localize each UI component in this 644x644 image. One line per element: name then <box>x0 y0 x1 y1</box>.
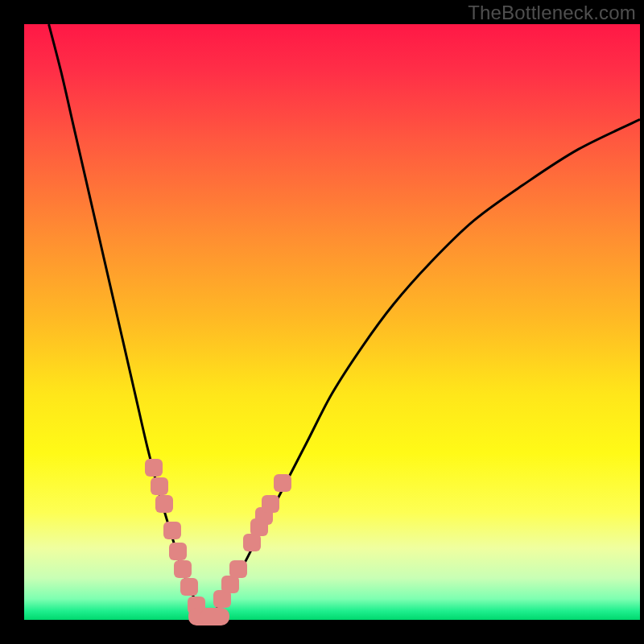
marker-right <box>262 495 279 513</box>
marker-bottom <box>200 608 229 625</box>
plot-area <box>24 24 640 620</box>
watermark-text: TheBottleneck.com <box>468 2 636 24</box>
right-curve <box>209 119 641 620</box>
marker-left <box>163 522 181 539</box>
marker-right <box>243 534 261 551</box>
marker-left <box>151 477 168 495</box>
left-curve <box>49 24 209 620</box>
marker-left <box>145 459 163 477</box>
marker-right <box>229 560 247 578</box>
marker-left <box>174 560 192 578</box>
chart-container: TheBottleneck.com <box>0 0 644 644</box>
marker-right <box>274 474 291 492</box>
marker-left <box>155 495 173 513</box>
curves-svg <box>24 24 640 620</box>
marker-left <box>180 578 198 596</box>
marker-left <box>169 543 187 560</box>
